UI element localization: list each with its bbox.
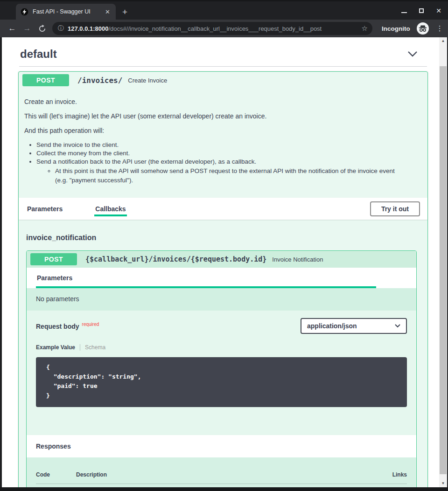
list-item: Collect the money from the client. [36,150,422,157]
window-minimize-button[interactable] [401,12,407,13]
fastapi-favicon-icon [21,8,28,16]
operation-tabs-header: Parameters Callbacks Try it out [19,198,427,220]
responses-table: Code Description Links 200 Successful Re… [27,457,416,487]
site-info-icon[interactable]: ⓘ [58,24,64,33]
no-parameters-row: No parameters [27,288,416,311]
url-host: 127.0.0.1:8000 [68,25,108,32]
response-row-200: 200 Successful Response No links [36,484,407,487]
list-item: Send the invoice to the client. [36,141,422,148]
tab-separator [80,344,80,351]
window-maximize-button[interactable] [419,8,424,13]
callback-opblock-header[interactable]: POST {$callback_url}/invoices/{$request.… [27,251,416,268]
list-item: Send a notification back to the API user… [36,158,422,185]
browser-menu-icon[interactable]: ⋮ [436,24,443,33]
description-list: Send the invoice to the client. Collect … [24,141,422,185]
url-text: 127.0.0.1:8000/docs#//invoice_notificati… [68,25,358,32]
scrollbar-track[interactable] [439,45,447,480]
bookmark-star-icon[interactable]: ☆ [362,24,368,33]
reload-icon[interactable] [35,25,49,33]
tab-title: Fast API - Swagger UI [33,8,100,15]
collapse-chevron-icon[interactable] [407,51,418,57]
callback-opblock: POST {$callback_url}/invoices/{$request.… [26,250,417,487]
responses-header: Responses [27,435,416,457]
responses-table-head: Code Description Links [36,471,407,484]
scroll-down-icon[interactable]: ▼ [441,480,445,487]
method-badge: POST [22,74,69,86]
new-tab-button[interactable]: + [122,7,127,16]
description-paragraph: Create an invoice. [24,98,422,105]
incognito-label: Incognito [382,25,410,32]
tag-divider [19,66,427,67]
callback-path: {$callback_url}/invoices/{$request.body.… [82,255,267,263]
scroll-up-icon[interactable]: ▲ [441,37,445,45]
window-bottom-edge [0,487,448,491]
tab-parameters[interactable]: Parameters [26,198,63,220]
swagger-page: default POST /invoices/ Create Invoice C… [2,37,439,487]
page-scrollbar[interactable]: ▲ ▼ [439,37,447,487]
content-type-select[interactable]: application/json [301,318,407,334]
description-paragraph: And this path operation will: [24,127,422,134]
tag-title: default [20,48,57,61]
callback-summary: Invoice Notification [272,256,323,263]
browser-window: Fast API - Swagger UI ✕ + ✕ ← → ⓘ 127.0.… [0,0,448,491]
column-description: Description [76,471,392,478]
operation-summary: Create Invoice [128,77,167,84]
sub-list-item: At this point is that the API will someh… [55,166,398,185]
forward-icon[interactable]: → [21,24,34,33]
browser-toolbar: ← → ⓘ 127.0.0.1:8000/docs#//invoice_noti… [0,20,448,37]
tab-example-value[interactable]: Example Value [36,344,75,351]
tag-section-row: default [18,37,428,66]
operation-description: Create an invoice. This will (let's imag… [19,89,427,198]
tab-schema[interactable]: Schema [85,344,105,351]
request-body-row: Request bodyrequired application/json [27,311,416,339]
scrollbar-thumb[interactable] [440,66,447,474]
model-example-section: Example Value Schema { "description": "s… [27,339,416,435]
tab-close-icon[interactable]: ✕ [104,8,111,15]
titlebar: Fast API - Swagger UI ✕ + ✕ [0,0,448,20]
tab-callback-parameters[interactable]: Parameters [36,274,376,288]
url-bar[interactable]: ⓘ 127.0.0.1:8000/docs#//invoice_notifica… [52,22,372,35]
content-type-value: application/json [307,322,357,330]
callbacks-container: invoice_notification POST {$callback_url… [19,220,427,487]
operation-path: /invoices/ [74,76,123,85]
tab-callbacks[interactable]: Callbacks [94,198,126,220]
callback-name: invoice_notification [26,228,417,250]
column-code: Code [36,471,76,478]
opblock-post-invoices: POST /invoices/ Create Invoice Create an… [18,71,428,487]
callback-tabs-header: Parameters [27,268,416,288]
example-code-block[interactable]: { "description": "string", "paid": true … [36,357,407,407]
required-badge: required [82,322,99,327]
incognito-icon [417,22,429,35]
column-links: Links [392,471,407,478]
chevron-down-icon [395,324,400,328]
method-badge: POST [30,253,77,265]
try-it-out-button[interactable]: Try it out [370,201,420,216]
opblock-header[interactable]: POST /invoices/ Create Invoice [19,72,427,89]
description-paragraph: This will (let's imagine) let the API us… [24,112,422,120]
window-close-button[interactable]: ✕ [436,7,441,14]
request-body-label: Request bodyrequired [36,322,99,330]
browser-tab[interactable]: Fast API - Swagger UI ✕ [16,4,116,20]
back-icon[interactable]: ← [6,24,19,33]
url-path: /docs#//invoice_notification__callback_u… [108,25,322,32]
